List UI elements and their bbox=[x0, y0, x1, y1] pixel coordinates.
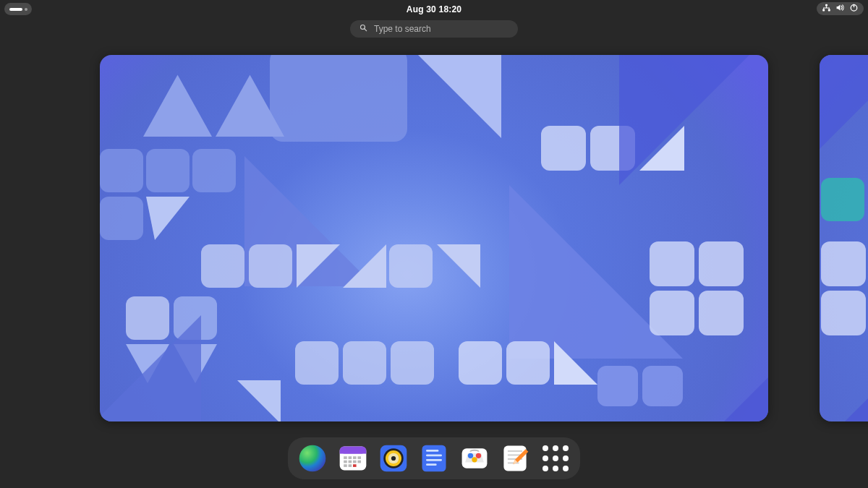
svg-rect-29 bbox=[426, 455, 442, 457]
workspace-indicator-dot bbox=[25, 8, 27, 11]
svg-rect-30 bbox=[426, 459, 442, 461]
svg-rect-4 bbox=[854, 4, 854, 7]
svg-rect-16 bbox=[349, 461, 352, 463]
app-files[interactable] bbox=[418, 442, 450, 474]
svg-line-6 bbox=[365, 29, 367, 31]
svg-rect-10 bbox=[340, 451, 367, 454]
app-software[interactable] bbox=[459, 442, 490, 474]
app-music[interactable] bbox=[378, 442, 409, 474]
wallpaper bbox=[100, 55, 768, 421]
grid-icon bbox=[540, 442, 571, 474]
svg-point-33 bbox=[468, 453, 473, 458]
svg-rect-18 bbox=[357, 461, 361, 463]
app-text-editor[interactable] bbox=[499, 442, 531, 474]
svg-rect-27 bbox=[422, 445, 446, 472]
svg-rect-2 bbox=[828, 9, 830, 11]
svg-rect-12 bbox=[349, 456, 352, 459]
svg-rect-17 bbox=[353, 461, 357, 463]
app-calendar[interactable] bbox=[337, 442, 369, 474]
svg-point-35 bbox=[472, 457, 477, 462]
svg-point-34 bbox=[476, 453, 481, 458]
svg-rect-31 bbox=[426, 463, 437, 466]
svg-rect-11 bbox=[344, 456, 347, 459]
svg-rect-21 bbox=[353, 464, 357, 467]
top-bar: Aug 30 18:20 bbox=[0, 0, 868, 19]
overview-search-wrap: Type to search bbox=[0, 20, 868, 38]
svg-rect-14 bbox=[357, 456, 361, 459]
workspace-indicator-active bbox=[9, 8, 22, 11]
svg-point-26 bbox=[391, 456, 396, 461]
activities-button[interactable] bbox=[4, 3, 32, 15]
svg-rect-20 bbox=[349, 464, 352, 467]
svg-rect-19 bbox=[344, 464, 347, 467]
search-input[interactable]: Type to search bbox=[350, 20, 518, 38]
svg-rect-0 bbox=[825, 4, 827, 7]
workspace-thumbnail-1[interactable] bbox=[100, 55, 768, 421]
show-apps-button[interactable] bbox=[540, 442, 571, 474]
svg-rect-1 bbox=[822, 9, 825, 11]
volume-icon bbox=[835, 3, 845, 14]
system-menu[interactable] bbox=[817, 2, 864, 15]
svg-rect-28 bbox=[426, 450, 438, 452]
search-placeholder: Type to search bbox=[374, 24, 431, 34]
svg-rect-15 bbox=[344, 461, 347, 463]
dash bbox=[288, 437, 580, 479]
clock[interactable]: Aug 30 18:20 bbox=[407, 4, 461, 14]
app-web-browser[interactable] bbox=[297, 442, 328, 474]
wallpaper bbox=[820, 55, 868, 421]
workspace-thumbnail-2[interactable] bbox=[820, 55, 868, 421]
power-icon bbox=[849, 3, 859, 14]
network-icon bbox=[822, 3, 831, 14]
search-icon bbox=[359, 24, 367, 34]
svg-rect-13 bbox=[353, 456, 357, 459]
svg-point-7 bbox=[299, 445, 326, 472]
